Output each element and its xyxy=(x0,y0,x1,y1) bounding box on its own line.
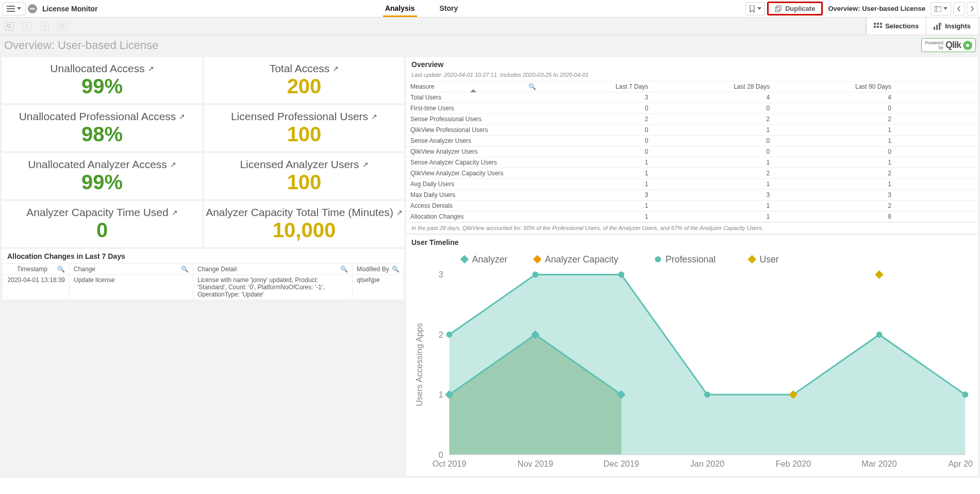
menu-icon xyxy=(7,4,15,13)
col-measure[interactable]: Measure🔍 xyxy=(406,81,540,92)
clear-selections-button[interactable] xyxy=(55,19,69,34)
col-modby[interactable]: Modified By🔍 xyxy=(353,264,404,275)
cell-d7: 0 xyxy=(540,125,652,136)
tab-story[interactable]: Story xyxy=(438,1,460,17)
kpi-card[interactable]: Unallocated Analyzer Access ↗99% xyxy=(2,153,202,199)
duplicate-label: Duplicate xyxy=(785,5,816,12)
cell-measure: Access Denials xyxy=(406,201,540,211)
svg-rect-17 xyxy=(880,23,882,25)
external-link-icon: ↗ xyxy=(333,64,339,73)
kpi-card[interactable]: Total Access ↗200 xyxy=(204,57,404,103)
svg-rect-22 xyxy=(936,25,938,30)
search-icon[interactable]: 🔍 xyxy=(340,266,348,273)
kpi-label: Licensed Analyzer Users ↗ xyxy=(240,158,368,171)
cell-timestamp: 2020-04-01 13:18:39 xyxy=(3,275,70,300)
search-icon[interactable]: 🔍 xyxy=(181,266,189,273)
table-row[interactable]: Sense Analyzer Capacity Users111 xyxy=(406,157,978,168)
col-detail[interactable]: Change Detail🔍 xyxy=(193,264,353,275)
cell-d90: 4 xyxy=(774,92,895,103)
table-row[interactable]: Sense Professional Users222 xyxy=(406,114,978,125)
svg-text:Mar 2020: Mar 2020 xyxy=(861,459,896,468)
chevron-down-icon xyxy=(757,7,761,10)
cell-d90: 2 xyxy=(774,201,895,211)
smart-search-button[interactable] xyxy=(2,19,16,34)
search-icon[interactable]: 🔍 xyxy=(528,83,536,90)
menu-button[interactable] xyxy=(2,2,26,15)
tab-analysis[interactable]: Analysis xyxy=(383,1,417,17)
cell-spacer xyxy=(895,179,978,190)
cell-d7: 1 xyxy=(540,157,652,168)
cell-measure: QlikView Analyzer Users xyxy=(406,146,540,157)
selections-bar: Selections Insights xyxy=(0,18,980,35)
next-sheet-button[interactable] xyxy=(967,2,978,15)
kpi-card[interactable]: Analyzer Capacity Total Time (Minutes) ↗… xyxy=(204,201,404,247)
duplicate-button[interactable]: Duplicate xyxy=(767,2,823,15)
bookmark-icon xyxy=(749,5,755,12)
cell-d7: 1 xyxy=(540,179,652,190)
table-row[interactable]: 2020-04-01 13:18:39Update licenseLicense… xyxy=(3,275,404,300)
overview-subtitle: Last update: 2020-04-01 10:27:11. Includ… xyxy=(406,72,978,81)
overview-table[interactable]: Measure🔍 Last 7 Days Last 28 Days Last 9… xyxy=(406,81,978,222)
step-forward-button[interactable] xyxy=(37,19,52,34)
col-change[interactable]: Change🔍 xyxy=(70,264,193,275)
search-icon[interactable]: 🔍 xyxy=(57,266,65,273)
table-row[interactable]: Max Daily Users333 xyxy=(406,190,978,201)
svg-rect-16 xyxy=(877,23,879,25)
svg-rect-49 xyxy=(875,270,884,279)
cell-spacer xyxy=(895,103,978,114)
svg-text:Dec 2019: Dec 2019 xyxy=(604,459,639,468)
svg-text:Feb 2020: Feb 2020 xyxy=(776,459,811,468)
chevron-left-icon xyxy=(957,6,961,12)
svg-point-42 xyxy=(532,272,538,278)
svg-rect-5 xyxy=(934,7,941,12)
kpi-card[interactable]: Unallocated Professional Access ↗98% xyxy=(2,105,202,151)
allocation-table[interactable]: Timestamp🔍 Change🔍 Change Detail🔍 Modifi… xyxy=(2,264,404,300)
col-d90[interactable]: Last 90 Days xyxy=(774,81,895,92)
cell-spacer xyxy=(895,201,978,211)
kpi-label: Analyzer Capacity Total Time (Minutes) ↗ xyxy=(206,206,403,219)
cell-spacer xyxy=(895,168,978,179)
kpi-card[interactable]: Licensed Analyzer Users ↗100 xyxy=(204,153,404,199)
external-link-icon: ↗ xyxy=(396,208,403,217)
svg-rect-19 xyxy=(877,26,879,28)
bookmark-button[interactable] xyxy=(745,2,765,15)
timeline-chart[interactable]: AnalyzerAnalyzer CapacityProfessionalUse… xyxy=(406,250,978,476)
table-row[interactable]: QlikView Analyzer Capacity Users122 xyxy=(406,168,978,179)
kpi-value: 10,000 xyxy=(273,219,336,242)
col-timestamp[interactable]: Timestamp🔍 xyxy=(3,264,70,275)
col-d28[interactable]: Last 28 Days xyxy=(652,81,774,92)
table-row[interactable]: Sense Analyzer Users001 xyxy=(406,136,978,146)
prev-sheet-button[interactable] xyxy=(953,2,965,15)
svg-rect-27 xyxy=(533,255,542,264)
right-column: Overview Last update: 2020-04-01 10:27:1… xyxy=(406,57,978,476)
table-row[interactable]: QlikView Professional Users011 xyxy=(406,125,978,136)
kpi-card[interactable]: Unallocated Access ↗99% xyxy=(2,57,202,103)
svg-point-0 xyxy=(30,8,32,9)
table-row[interactable]: QlikView Analyzer Users000 xyxy=(406,146,978,157)
cell-measure: Max Daily Users xyxy=(406,190,540,201)
svg-text:Apr 2020: Apr 2020 xyxy=(948,459,973,468)
table-row[interactable]: Access Denials112 xyxy=(406,201,978,211)
kpi-card[interactable]: Licensed Professional Users ↗100 xyxy=(204,105,404,151)
kpi-value: 0 xyxy=(96,219,108,242)
selections-tool-button[interactable]: Selections xyxy=(866,18,926,35)
table-row[interactable]: Total Users344 xyxy=(406,92,978,103)
col-d7[interactable]: Last 7 Days xyxy=(540,81,652,92)
cell-d7: 1 xyxy=(540,211,652,222)
step-back-button[interactable] xyxy=(20,19,34,34)
cell-change: Update license xyxy=(70,275,193,300)
table-row[interactable]: Avg Daily Users111 xyxy=(406,179,978,190)
kpi-card[interactable]: Analyzer Capacity Time Used ↗0 xyxy=(2,201,202,247)
cell-d7: 2 xyxy=(540,114,652,125)
sheets-button[interactable] xyxy=(931,2,951,15)
cell-measure: Allocation Changes xyxy=(406,211,540,222)
insights-button[interactable]: Insights xyxy=(926,18,978,35)
cell-d90: 2 xyxy=(774,114,895,125)
kpi-label: Unallocated Analyzer Access ↗ xyxy=(28,158,176,171)
search-icon[interactable]: 🔍 xyxy=(392,266,400,273)
svg-rect-25 xyxy=(460,255,469,264)
table-row[interactable]: First-time Users000 xyxy=(406,103,978,114)
table-row[interactable]: Allocation Changes118 xyxy=(406,211,978,222)
cell-d28: 1 xyxy=(652,157,774,168)
svg-line-9 xyxy=(10,27,11,28)
